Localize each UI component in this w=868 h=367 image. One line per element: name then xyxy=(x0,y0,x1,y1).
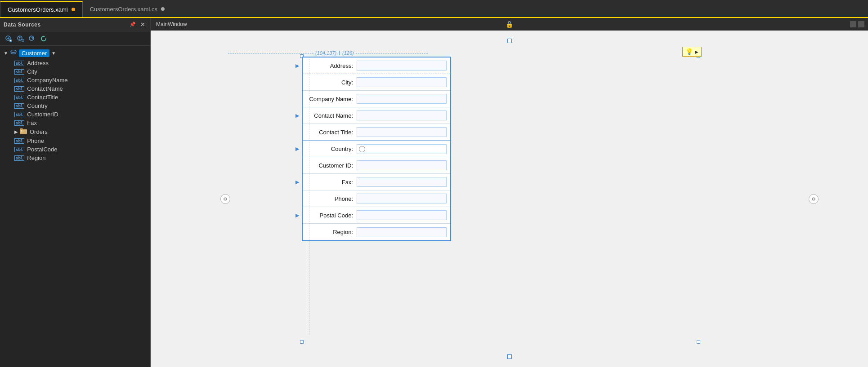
radio-country[interactable] xyxy=(359,146,365,152)
measure-line-right xyxy=(356,53,428,53)
label-city: City: xyxy=(303,77,357,88)
tree-item-contactname[interactable]: sbl ContactName xyxy=(11,84,150,93)
svg-rect-9 xyxy=(22,40,24,42)
sel-handle-br[interactable] xyxy=(697,340,700,344)
top-center-handle[interactable] xyxy=(507,39,512,43)
field-icon-phone: sbl xyxy=(14,138,24,144)
form-row-contacttitle: Contact Title: xyxy=(303,124,450,141)
tree-root-customer[interactable]: ▼ Customer ▼ xyxy=(0,48,150,59)
panel-header: Data Sources 📌 ✕ xyxy=(0,18,150,31)
tree-item-postalcode[interactable]: sbl PostalCode xyxy=(11,145,150,154)
expand-arrow-customer: ▼ xyxy=(4,51,8,56)
row-arrow-country: ▶ xyxy=(295,146,299,152)
label-fax: Fax: xyxy=(303,177,357,187)
label-contactname: Contact Name: xyxy=(303,111,357,121)
tree-item-companyname[interactable]: sbl CompanyName xyxy=(11,76,150,84)
field-icon-contactname: sbl xyxy=(14,86,24,92)
window-title: MainWindow xyxy=(156,21,187,27)
canvas-wrapper: 💡 ▶ (104.137) (126) ▶ Address xyxy=(151,31,868,367)
input-fax[interactable] xyxy=(357,177,447,187)
sel-handle-bl[interactable] xyxy=(300,340,304,344)
bottom-center-handle[interactable] xyxy=(507,354,512,359)
field-icon-fax: sbl xyxy=(14,120,24,126)
field-label-region: Region xyxy=(27,155,45,161)
tab-xaml-modified-dot xyxy=(72,8,75,11)
form-row-postalcode: ▶ Postal Code: xyxy=(303,207,450,224)
input-companyname[interactable] xyxy=(357,94,447,104)
field-label-fax: Fax xyxy=(27,119,37,126)
field-label-companyname: CompanyName xyxy=(27,77,67,84)
input-phone[interactable] xyxy=(357,194,447,203)
label-contacttitle: Contact Title: xyxy=(303,127,357,137)
tab-cs[interactable]: CustomersOrders.xaml.cs xyxy=(83,1,172,17)
label-address: Address: xyxy=(303,61,357,71)
tree-item-customerid[interactable]: sbl CustomerID xyxy=(11,110,150,119)
refresh-button[interactable] xyxy=(39,34,49,44)
expand-arrow-orders: ▶ xyxy=(14,129,18,134)
tree-item-orders[interactable]: ▶ Orders xyxy=(11,127,150,137)
row-arrow-fax: ▶ xyxy=(295,179,299,185)
form-row-city: City: xyxy=(303,74,450,91)
field-label-postalcode: PostalCode xyxy=(27,146,57,153)
tab-xaml[interactable]: CustomersOrders.xaml xyxy=(0,1,83,17)
label-region: Region: xyxy=(303,227,357,237)
input-customerid[interactable] xyxy=(357,160,447,170)
window-header: MainWindow 🔒 xyxy=(151,18,868,31)
field-icon-postalcode: sbl xyxy=(14,147,24,152)
field-icon-country: sbl xyxy=(14,103,24,109)
input-contactname[interactable] xyxy=(357,111,447,120)
tree-item-city[interactable]: sbl City xyxy=(11,67,150,76)
input-address[interactable] xyxy=(357,61,447,71)
input-region[interactable] xyxy=(357,227,447,237)
field-label-address: Address xyxy=(27,60,49,66)
tab-bar: CustomersOrders.xaml CustomersOrders.xam… xyxy=(0,0,868,18)
tree-item-phone[interactable]: sbl Phone xyxy=(11,137,150,145)
folder-icon-orders xyxy=(20,128,27,136)
label-customerid: Customer ID: xyxy=(303,160,357,171)
input-contacttitle[interactable] xyxy=(357,127,447,137)
field-label-contactname: ContactName xyxy=(27,85,63,92)
tree-item-country[interactable]: sbl Country xyxy=(11,102,150,110)
resize-handle-left[interactable] xyxy=(220,194,230,204)
close-panel-icon[interactable]: ✕ xyxy=(139,21,147,29)
tree-item-region[interactable]: sbl Region xyxy=(11,154,150,162)
measure-label-left: (104.137) xyxy=(315,50,336,56)
field-label-customerid: CustomerID xyxy=(27,111,58,118)
tab-cs-label: CustomersOrders.xaml.cs xyxy=(90,6,157,13)
field-icon-companyname: sbl xyxy=(14,78,24,83)
field-icon-address: sbl xyxy=(14,61,24,66)
tree-children: sbl Address sbl City sbl CompanyName sbl… xyxy=(0,59,150,162)
tab-xaml-label: CustomersOrders.xaml xyxy=(8,6,68,13)
tree-item-contacttitle[interactable]: sbl ContactTitle xyxy=(11,93,150,102)
customer-dropdown-arrow[interactable]: ▼ xyxy=(51,51,56,56)
measure-left-group: (104.137) (126) xyxy=(228,50,428,56)
edit-datasource-button[interactable] xyxy=(15,34,25,44)
smart-tag[interactable]: 💡 ▶ xyxy=(682,47,702,57)
add-datasource-button[interactable] xyxy=(4,34,13,44)
field-label-phone: Phone xyxy=(27,137,44,144)
smart-tag-bulb-icon: 💡 xyxy=(685,48,693,55)
pin-icon[interactable]: 📌 xyxy=(129,21,137,29)
svg-point-7 xyxy=(19,36,21,38)
tree-item-fax[interactable]: sbl Fax xyxy=(11,119,150,127)
resize-handle-right[interactable] xyxy=(809,194,819,204)
field-label-orders: Orders xyxy=(30,128,48,135)
field-icon-region: sbl xyxy=(14,155,24,161)
tab-cs-saved-dot xyxy=(161,7,165,11)
measure-line-left xyxy=(228,53,313,53)
label-phone: Phone: xyxy=(303,194,357,204)
lock-icon: 🔒 xyxy=(506,21,513,28)
tree-item-address[interactable]: sbl Address xyxy=(11,59,150,67)
input-postalcode[interactable] xyxy=(357,210,447,220)
field-icon-contacttitle: sbl xyxy=(14,95,24,100)
field-label-country: Country xyxy=(27,102,48,109)
form-container: ▶ Address: City: Company Name: ▶ xyxy=(302,57,451,241)
form-row-fax: ▶ Fax: xyxy=(303,174,450,190)
label-postalcode: Postal Code: xyxy=(303,210,357,221)
label-companyname: Company Name: xyxy=(303,94,357,104)
tree-area: ▼ Customer ▼ sbl Address xyxy=(0,46,150,367)
toolbar xyxy=(0,31,150,46)
input-city[interactable] xyxy=(357,77,447,87)
smart-tag-arrow-icon: ▶ xyxy=(695,49,698,54)
refresh-schema-button[interactable] xyxy=(27,34,37,44)
